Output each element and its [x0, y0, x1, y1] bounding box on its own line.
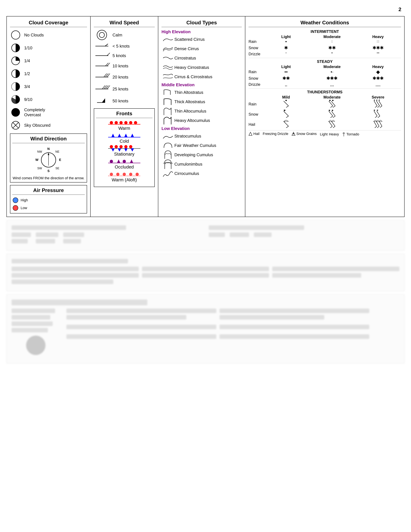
cloud-item-1-2: 1/2: [10, 68, 87, 79]
1-2-symbol: [10, 68, 21, 79]
3-4-label: 3/4: [24, 84, 30, 89]
svg-point-58: [124, 145, 128, 148]
svg-line-25: [105, 44, 108, 46]
cloud-item-obscured: Sky Obscured: [10, 120, 87, 131]
svg-marker-60: [111, 149, 115, 152]
svg-line-118: [375, 126, 377, 128]
front-item-warm-aloft: Warm (Aloft): [96, 172, 152, 182]
svg-line-112: [330, 126, 332, 128]
svg-marker-41: [102, 98, 105, 103]
svg-point-128: [293, 133, 294, 134]
svg-line-34: [104, 74, 107, 77]
svg-line-99: [333, 116, 335, 118]
svg-line-94: [286, 116, 289, 118]
svg-point-46: [124, 121, 128, 124]
warm-aloft-symbol: [96, 172, 152, 177]
bottom-section-2: [6, 294, 405, 363]
steady-light: Light: [263, 65, 309, 69]
svg-point-23: [99, 32, 104, 38]
1-10-symbol: [10, 42, 21, 54]
wind-speed-panel: Wind Speed Calm < 5 knots: [91, 17, 158, 217]
ts-snow-row: Snow ✱ ✱ ✱: [249, 110, 401, 119]
fronts-panel: Fronts Warm: [94, 108, 155, 187]
svg-point-45: [120, 121, 123, 124]
ts-mild: Mild: [263, 95, 309, 99]
cloud-item-no-clouds: No Clouds: [10, 29, 87, 41]
warm-label: Warm: [118, 126, 130, 131]
heavy-cirrostratus-symbol: [161, 63, 174, 71]
intermittent-drizzle: Drizzle ' '' ''': [249, 51, 401, 57]
cloud-item-1-10: 1/10: [10, 42, 87, 54]
svg-point-47: [129, 121, 132, 124]
developing-cumulus: Developing Cumulus: [161, 151, 242, 159]
svg-line-36: [107, 86, 110, 89]
svg-point-57: [120, 145, 123, 148]
wind-item-calm: Calm: [94, 29, 155, 41]
weather-footer: Hail Freezing Drizzle Snow Grains Light …: [249, 132, 401, 137]
front-item-cold: Cold: [96, 133, 152, 144]
svg-line-120: [377, 126, 379, 128]
svg-point-72: [123, 173, 126, 176]
svg-text:✱: ✱: [374, 110, 375, 111]
svg-line-27: [107, 53, 110, 56]
middle-elevation-label: Middle Elevation: [161, 82, 242, 87]
calm-symbol: [94, 29, 110, 41]
calm-label: Calm: [112, 33, 122, 38]
svg-line-33: [105, 74, 108, 77]
thick-altostratus-symbol: [161, 98, 174, 106]
cirrostratus-label: Cirrostratus: [174, 56, 196, 61]
svg-point-74: [136, 173, 139, 176]
thick-altostratus-label: Thick Altostratus: [174, 99, 205, 104]
fair-weather-cumulus-symbol: [161, 141, 174, 150]
steady-moderate: Moderate: [309, 65, 355, 69]
cloud-item-overcast: CompletelyOvercast: [10, 107, 87, 118]
svg-text:✱: ✱: [377, 110, 378, 111]
intermittent-rain: Rain • ∶ ∷: [249, 39, 401, 44]
svg-text:W: W: [36, 158, 38, 162]
stationary-front-symbol: [96, 146, 152, 151]
svg-marker-53: [131, 134, 134, 137]
cirrocumulus: Cirrocumulus: [161, 170, 242, 178]
stratocumulus: Stratocumulus: [161, 132, 242, 140]
fair-weather-cumulus: Fair Weather Cumulus: [161, 141, 242, 150]
svg-text:✱: ✱: [283, 110, 286, 112]
cumulonimbus-symbol: [161, 160, 174, 168]
front-item-occluded: Occluded: [96, 159, 152, 170]
5-symbol: [94, 52, 110, 60]
3-4-symbol: [10, 81, 21, 92]
dense-cirrus-label: Dense Cirrus: [174, 46, 199, 51]
svg-marker-52: [124, 134, 128, 137]
svg-marker-116: [332, 120, 335, 121]
ts-moderate: Moderate: [309, 95, 355, 99]
10-symbol: [94, 62, 110, 70]
svg-line-75: [284, 101, 289, 106]
warm-aloft-label: Warm (Aloft): [112, 177, 137, 182]
intermittent-snow: Snow ✱ ✱✱ ✱✱✱: [249, 45, 401, 50]
cloud-types-panel: Cloud Types High Elevation Scattered Cir…: [158, 17, 245, 217]
5-label: 5 knots: [112, 53, 126, 58]
svg-point-55: [110, 145, 113, 148]
stratocumulus-symbol: [161, 132, 174, 140]
svg-marker-68: [130, 160, 133, 163]
svg-line-81: [333, 106, 335, 107]
svg-line-111: [329, 121, 332, 126]
cloud-item-1-4: 1/4: [10, 55, 87, 66]
svg-point-82: [329, 100, 331, 101]
svg-line-37: [105, 86, 108, 89]
svg-point-70: [110, 173, 113, 176]
high-elevation-label: High Elevation: [161, 29, 242, 34]
wind-item-25: 25 knots: [94, 84, 155, 94]
svg-marker-61: [118, 149, 121, 152]
air-pressure-panel: Air Pressure High Low: [10, 185, 87, 213]
svg-line-87: [377, 106, 380, 107]
thin-altostratus-label: Thin Altostratus: [174, 90, 203, 95]
cirrocumulus-symbol: [161, 170, 174, 178]
svg-marker-66: [117, 160, 120, 163]
svg-line-102: [374, 111, 377, 116]
intermittent-title: INTERMITTENT: [249, 29, 401, 34]
wind-item-10: 10 knots: [94, 62, 155, 70]
svg-point-77: [285, 100, 287, 101]
steady-drizzle: Drizzle ,, ,,, ,,,,: [249, 82, 401, 87]
svg-line-104: [377, 111, 380, 116]
svg-marker-126: [249, 132, 252, 135]
